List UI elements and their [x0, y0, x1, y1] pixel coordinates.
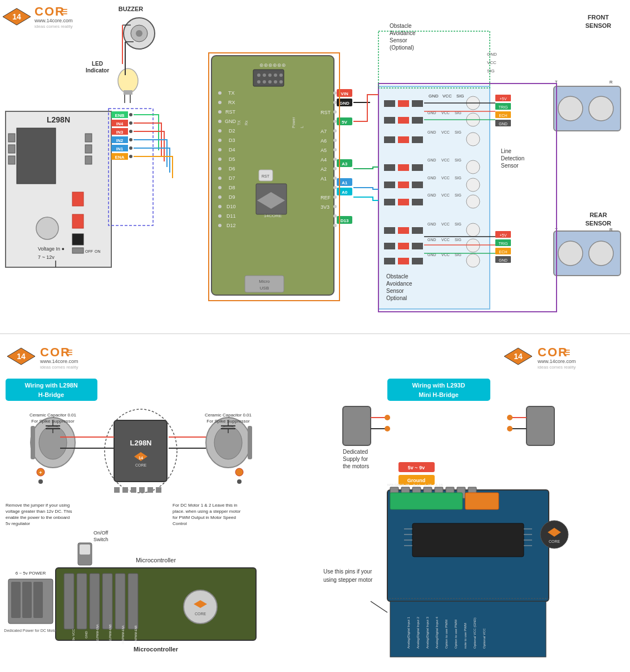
svg-rect-198 [412, 227, 423, 234]
svg-text:ECH: ECH [499, 114, 508, 117]
l298n-diagram: 14 COR ≡ www.14core.com ideas comes real… [0, 334, 315, 672]
svg-text:L: L [300, 126, 304, 128]
circuit-diagram: 14 COR ≡ www.14core.com ideas comes real… [0, 0, 630, 333]
svg-point-213 [466, 254, 480, 267]
svg-text:REF: REF [321, 195, 331, 200]
svg-text:using stepper motor: using stepper motor [323, 577, 373, 583]
svg-text:9v VCC: 9v VCC [72, 629, 75, 640]
svg-text:VCC: VCC [441, 193, 450, 197]
svg-text:A-2A: A-2A [435, 483, 442, 487]
svg-text:D3: D3 [229, 138, 235, 143]
svg-text:Option to use PWM: Option to use PWM [445, 620, 448, 649]
svg-text:RST: RST [321, 110, 331, 115]
svg-text:enable the power to the onboar: enable the power to the onboard [6, 515, 70, 520]
svg-point-106 [218, 214, 222, 218]
svg-rect-26 [85, 145, 92, 153]
svg-rect-29 [72, 214, 83, 228]
svg-text:Ground: Ground [407, 478, 426, 483]
svg-point-96 [218, 120, 222, 123]
svg-text:VCC: VCC [442, 94, 452, 99]
svg-text:FRONT: FRONT [588, 14, 609, 21]
svg-rect-351 [33, 582, 43, 618]
svg-point-206 [466, 239, 480, 252]
svg-rect-175 [384, 164, 395, 171]
svg-text:USB: USB [260, 286, 269, 291]
svg-point-54 [129, 138, 132, 141]
svg-text:B-1A: B-1A [413, 483, 420, 487]
svg-text:SIG: SIG [455, 238, 461, 242]
svg-text:A1: A1 [342, 180, 348, 185]
bottom-right-panel: 14 COR ≡ www.14core.com ideas comes real… [315, 334, 630, 672]
svg-text:A6: A6 [321, 138, 327, 144]
svg-rect-62 [253, 70, 284, 86]
svg-text:D2: D2 [229, 128, 235, 134]
svg-point-100 [218, 158, 222, 161]
svg-text:GND: GND [427, 222, 436, 226]
svg-text:GND: GND [427, 193, 436, 197]
svg-text:Ceramic Capacitor 0.01: Ceramic Capacitor 0.01 [29, 413, 77, 418]
svg-point-143 [333, 205, 337, 208]
svg-text:Analog/Digital Input 2: Analog/Digital Input 2 [416, 616, 420, 649]
svg-rect-24 [8, 156, 15, 164]
svg-text:A0: A0 [342, 190, 348, 195]
svg-text:VCC: VCC [487, 60, 496, 65]
svg-rect-162 [398, 117, 409, 124]
svg-text:Switch: Switch [93, 537, 109, 542]
svg-rect-325 [80, 545, 90, 555]
svg-point-105 [218, 205, 222, 208]
svg-text:D13: D13 [341, 218, 349, 223]
svg-rect-197 [398, 227, 409, 234]
svg-rect-156 [412, 100, 423, 107]
svg-text:Control: Control [173, 521, 187, 526]
svg-rect-395 [390, 493, 462, 509]
svg-text:Micro: Micro [259, 279, 270, 284]
svg-point-142 [333, 195, 337, 199]
svg-text:IN4: IN4 [116, 121, 124, 126]
svg-text:D10: D10 [227, 204, 236, 209]
svg-text:www.14core.com: www.14core.com [34, 18, 73, 23]
svg-rect-313 [156, 487, 161, 493]
svg-text:www.14core.com: www.14core.com [537, 359, 576, 364]
svg-text:RST: RST [262, 174, 270, 178]
svg-rect-33 [72, 248, 83, 253]
svg-text:(Optional): (Optional) [390, 45, 414, 51]
svg-point-67 [279, 73, 283, 77]
svg-text:D6: D6 [229, 166, 235, 171]
svg-rect-335 [102, 573, 112, 629]
svg-text:R: R [609, 80, 613, 85]
svg-text:+5V: +5V [500, 233, 507, 237]
svg-point-144 [333, 214, 337, 218]
svg-text:ideas comes reality: ideas comes reality [538, 365, 575, 370]
l293d-diagram: 14 COR ≡ www.14core.com ideas comes real… [315, 334, 630, 672]
svg-point-52 [129, 121, 132, 125]
svg-point-104 [218, 195, 222, 199]
svg-text:B-2B: B-2B [402, 483, 409, 487]
svg-point-65 [268, 73, 272, 77]
svg-text:14: 14 [17, 352, 26, 361]
svg-text:Detection: Detection [501, 155, 524, 161]
svg-text:D12: D12 [227, 223, 236, 228]
svg-text:LED: LED [92, 61, 103, 67]
svg-text:GND: GND [427, 238, 436, 242]
svg-text:GND: GND [499, 258, 508, 262]
svg-point-102 [218, 176, 222, 180]
svg-text:⊛⊛⊛⊛⊛⊛: ⊛⊛⊛⊛⊛⊛ [259, 62, 286, 68]
svg-rect-350 [22, 582, 32, 618]
svg-text:Sensor: Sensor [501, 163, 519, 169]
svg-rect-21 [17, 128, 56, 184]
svg-point-103 [218, 186, 222, 189]
svg-point-141 [333, 186, 337, 189]
svg-text:RX: RX [228, 100, 235, 105]
svg-rect-154 [384, 100, 395, 107]
svg-text:Rx: Rx [244, 120, 248, 125]
svg-point-69 [263, 80, 266, 84]
svg-point-192 [466, 195, 480, 208]
svg-rect-409 [390, 601, 546, 657]
svg-point-185 [466, 178, 480, 192]
svg-point-94 [218, 101, 222, 104]
svg-text:14: 14 [139, 456, 143, 460]
svg-text:A-2B: A-2B [424, 483, 431, 487]
svg-text:GND: GND [427, 158, 436, 162]
svg-point-134 [333, 120, 337, 123]
svg-text:Ceramic Capacitor 0.01: Ceramic Capacitor 0.01 [205, 413, 252, 418]
